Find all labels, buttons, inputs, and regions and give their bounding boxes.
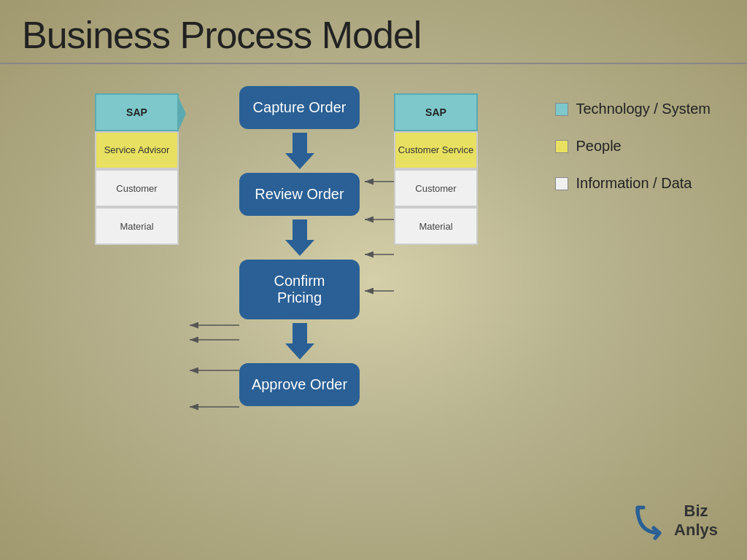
page-title: Business Process Model [22, 13, 725, 57]
process-capture-order: Capture Order [239, 86, 360, 129]
legend-information-label: Information / Data [576, 175, 692, 192]
process-column: Capture Order Review Order Confirm Prici… [239, 86, 360, 406]
left-lane-material: Material [95, 207, 179, 245]
logo-area: Biz Anlys [630, 500, 718, 540]
left-lane-customer: Customer [95, 169, 179, 207]
right-lane-customer-service: Customer Service [394, 131, 478, 169]
legend-people: People [555, 138, 711, 155]
arrow-2 [285, 219, 314, 256]
legend-technology-box [555, 103, 568, 116]
right-lane-sap: SAP [394, 93, 478, 131]
process-approve-order: Approve Order [239, 363, 360, 406]
arrow-1 [285, 133, 314, 169]
left-lane-sap: SAP [95, 93, 179, 131]
legend-information: Information / Data [555, 175, 711, 192]
process-confirm-pricing: Confirm Pricing [239, 260, 360, 319]
logo-arrow-icon [630, 500, 670, 540]
legend-technology: Technology / System [555, 101, 711, 117]
left-lane: SAP Service Advisor Customer Material [95, 93, 179, 245]
right-lane-material: Material [394, 207, 478, 245]
legend-technology-label: Technology / System [576, 101, 711, 117]
legend: Technology / System People Information /… [555, 101, 711, 212]
right-lane: SAP Customer Service Customer Material [394, 93, 478, 245]
logo-text: Biz Anlys [674, 502, 718, 540]
legend-people-label: People [576, 138, 621, 155]
right-lane-customer: Customer [394, 169, 478, 207]
process-review-order: Review Order [239, 173, 360, 216]
legend-information-box [555, 177, 568, 190]
main-content: SAP Service Advisor Customer Material SA… [0, 64, 747, 555]
arrow-3 [285, 323, 314, 359]
left-lane-service-advisor: Service Advisor [95, 131, 179, 169]
header: Business Process Model [0, 0, 747, 64]
legend-people-box [555, 140, 568, 153]
